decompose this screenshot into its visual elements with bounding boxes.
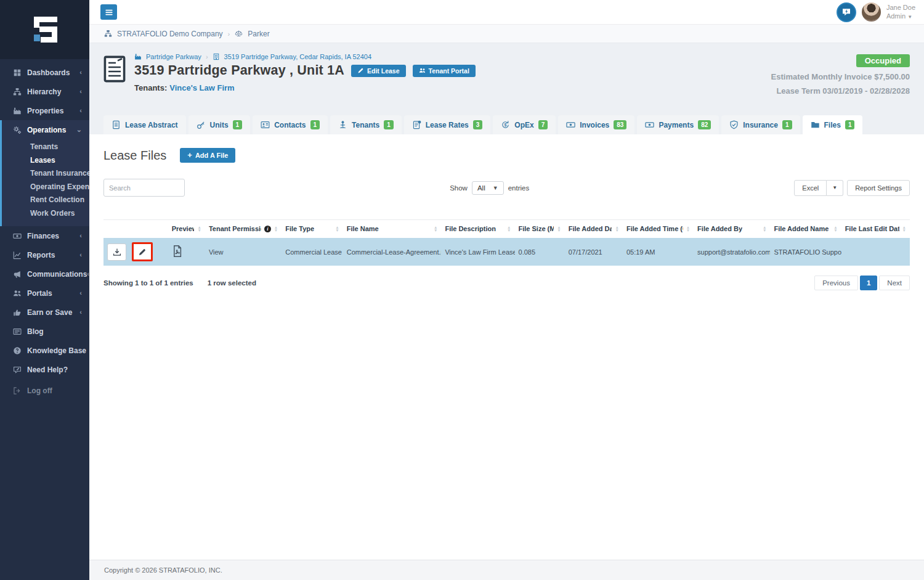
sidebar-item-dashboards[interactable]: Dashboards ‹ <box>0 63 89 82</box>
tab-payments[interactable]: Payments 82 <box>637 115 719 134</box>
col-file-description[interactable]: File Description▲▼ <box>441 220 514 239</box>
col-file-size[interactable]: File Size (MB)▲▼ <box>515 220 565 239</box>
sidebar-nav: Dashboards ‹ Hierarchy ‹ Properties ‹ Op… <box>0 59 89 400</box>
sidebar-subitem-operating-expenses[interactable]: Operating Expenses <box>2 181 89 194</box>
sidebar-item-blog[interactable]: Blog <box>0 322 89 341</box>
cell-tenant-permissions: View <box>205 238 282 266</box>
sidebar-item-label: Operations <box>27 126 66 134</box>
show-entries: Show All ▼ entries <box>450 181 529 195</box>
property-title-row: 3519 Partridge Parkway , Unit 1A Edit Le… <box>134 63 476 78</box>
tab-lease-rates[interactable]: Lease Rates 3 <box>404 115 491 134</box>
breadcrumb-page-link[interactable]: Parker <box>248 30 269 38</box>
page-1-button[interactable]: 1 <box>860 276 877 290</box>
tab-contacts[interactable]: Contacts 1 <box>253 115 328 134</box>
chevron-left-icon: ‹ <box>79 309 82 316</box>
document-icon <box>111 120 121 129</box>
sidebar-item-properties[interactable]: Properties ‹ <box>0 101 89 120</box>
plus-icon: + <box>187 152 192 158</box>
show-entries-select[interactable]: All ▼ <box>472 181 504 195</box>
tab-files[interactable]: Files 1 <box>803 115 863 134</box>
tab-invoices[interactable]: Invoices 83 <box>558 115 634 134</box>
col-file-added-time[interactable]: File Added Time (CT)▲▼ <box>623 220 694 239</box>
property-address-link[interactable]: 3519 Partridge Parkway, Cedar Rapids, IA… <box>224 53 372 60</box>
sidebar-subitem-tenant-insurance[interactable]: Tenant Insurance <box>2 167 89 181</box>
sidebar-item-knowledge-base[interactable]: Knowledge Base <box>0 341 89 360</box>
tab-label: Invoices <box>580 121 609 129</box>
sort-icon: ▲▼ <box>557 226 561 232</box>
tab-units[interactable]: Units 1 <box>188 115 251 134</box>
banknote-icon <box>13 232 22 240</box>
avatar[interactable] <box>862 2 881 22</box>
next-page-button[interactable]: Next <box>879 276 910 290</box>
sidebar-subitem-work-orders[interactable]: Work Orders <box>2 207 89 221</box>
col-file-type[interactable]: File Type▲▼ <box>282 220 342 239</box>
breadcrumb: STRATAFOLIO Demo Company › Parker <box>89 25 924 43</box>
sidebar-item-operations[interactable]: Operations ⌄ <box>2 120 89 139</box>
property-status-block: Occupied Estimated Monthly Invoice $7,50… <box>771 53 910 96</box>
hamburger-menu-button[interactable] <box>100 4 117 20</box>
tenant-portal-button[interactable]: Tenant Portal <box>413 65 476 77</box>
sidebar-item-portals[interactable]: Portals ‹ <box>0 284 89 303</box>
tab-label: Tenants <box>352 121 379 129</box>
operations-submenu: Tenants Leases Tenant Insurance Operatin… <box>2 139 89 226</box>
col-file-added-by[interactable]: File Added By▲▼ <box>694 220 770 239</box>
cell-file-description: Vince's Law Firm Lease <box>441 238 514 266</box>
newspaper-icon <box>13 327 22 336</box>
sidebar-item-reports[interactable]: Reports ‹ <box>0 245 89 264</box>
tab-label: Insurance <box>743 121 778 129</box>
edit-lease-button[interactable]: Edit Lease <box>351 65 406 77</box>
col-preview[interactable]: Preview▲▼ <box>168 220 205 239</box>
excel-dropdown-button[interactable]: ▼ <box>827 180 843 196</box>
sidebar-item-earn-or-save[interactable]: Earn or Save ‹ <box>0 303 89 322</box>
sidebar-item-hierarchy[interactable]: Hierarchy ‹ <box>0 82 89 101</box>
tab-insurance[interactable]: Insurance 1 <box>721 115 800 134</box>
copyright-text: Copyright © 2026 STRATAFOLIO, INC. <box>104 566 222 574</box>
sort-icon: ▲▼ <box>434 226 437 232</box>
col-file-last-edit-date[interactable]: File Last Edit Date▲▼ <box>841 220 910 239</box>
sidebar-subitem-rent-collection[interactable]: Rent Collection <box>2 194 89 207</box>
search-input[interactable] <box>103 179 185 197</box>
lease-term-text: Lease Term 03/01/2019 - 02/28/2028 <box>771 86 910 96</box>
col-file-added-date[interactable]: File Added Date▲▼ <box>565 220 623 239</box>
sidebar-group-operations: Operations ⌄ Tenants Leases Tenant Insur… <box>0 120 89 226</box>
report-settings-button[interactable]: Report Settings <box>847 180 910 196</box>
question-circle-icon <box>13 346 22 355</box>
sidebar-subitem-leases[interactable]: Leases <box>2 154 89 168</box>
page-title: 3519 Partridge Parkway , Unit 1A <box>134 63 344 78</box>
cell-file-added-name: STRATAFOLIO Support <box>770 238 841 266</box>
breadcrumb-company-link[interactable]: STRATAFOLIO Demo Company <box>117 30 223 38</box>
sidebar-item-log-off[interactable]: Log off <box>0 381 89 400</box>
excel-button[interactable]: Excel <box>794 180 827 196</box>
tenant-link[interactable]: Vince's Law Firm <box>169 83 234 92</box>
col-file-name[interactable]: File Name▲▼ <box>343 220 442 239</box>
tab-opex[interactable]: OpEx 7 <box>493 115 556 134</box>
property-parent-link[interactable]: Partridge Parkway <box>146 53 201 60</box>
edit-file-button[interactable] <box>132 242 153 261</box>
page-content: Partridge Parkway › 3519 Partridge Parkw… <box>89 43 924 560</box>
tab-label: OpEx <box>514 121 533 129</box>
tab-lease-abstract[interactable]: Lease Abstract <box>103 115 186 134</box>
monthly-invoice-text: Estimated Monthly Invoice $7,500.00 <box>771 72 910 81</box>
stratafolio-logo[interactable] <box>0 0 89 59</box>
sidebar-item-need-help[interactable]: Need Help? <box>0 360 89 379</box>
cell-file-last-edit-date <box>841 238 910 266</box>
sidebar-item-communications[interactable]: Communications ‹ <box>0 264 89 284</box>
col-tenant-permissions[interactable]: Tenant Permissionsi▲▼ <box>205 220 282 239</box>
sidebar-item-finances[interactable]: Finances ‹ <box>0 226 89 245</box>
chart-icon <box>13 251 22 259</box>
show-entries-value: All <box>477 184 485 192</box>
banknote-icon <box>566 120 575 129</box>
pdf-file-icon[interactable] <box>172 245 183 258</box>
previous-page-button[interactable]: Previous <box>814 276 858 290</box>
add-file-button[interactable]: + Add A File <box>180 148 235 163</box>
sidebar-subitem-tenants[interactable]: Tenants <box>2 141 89 154</box>
chat-button[interactable] <box>837 2 856 22</box>
sidebar-item-label: Portals <box>27 289 52 298</box>
caret-down-icon: ▼ <box>907 14 912 20</box>
user-info[interactable]: Jane Doe Admin ▼ <box>886 3 915 22</box>
tab-tenants[interactable]: Tenants 1 <box>330 115 402 134</box>
col-file-added-name[interactable]: File Added Name▲▼ <box>770 220 841 239</box>
table-row[interactable]: View Commercial Lease Commercial-Lease-A… <box>103 238 910 266</box>
download-file-button[interactable] <box>107 243 126 261</box>
tab-label: Units <box>210 121 229 129</box>
